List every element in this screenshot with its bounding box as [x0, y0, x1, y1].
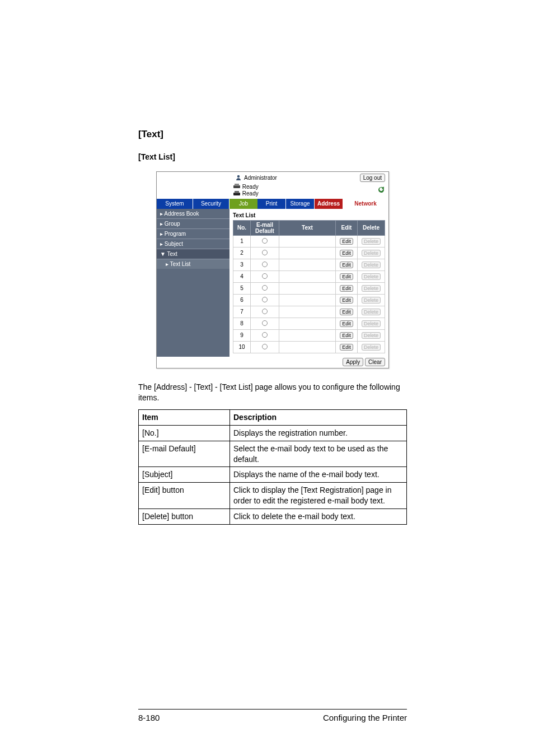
cell-delete: Delete: [358, 270, 385, 282]
col-header-no: No.: [233, 220, 251, 235]
sidebar-item-text-list[interactable]: ▸ Text List: [157, 259, 229, 269]
cell-default: [251, 329, 279, 341]
svg-rect-2: [235, 184, 239, 186]
tab-address[interactable]: Address: [315, 199, 343, 209]
delete-button[interactable]: Delete: [362, 262, 381, 268]
cell-default: [251, 247, 279, 259]
table-row: 4EditDelete: [233, 270, 385, 282]
email-default-radio[interactable]: [262, 332, 268, 338]
desc-item: [Delete] button: [139, 509, 230, 525]
desc-header-description: Description: [230, 409, 407, 425]
table-row: 1EditDelete: [233, 235, 385, 247]
svg-rect-4: [235, 191, 239, 193]
cell-edit: Edit: [336, 247, 358, 259]
cell-no: 8: [233, 318, 251, 329]
delete-button[interactable]: Delete: [362, 285, 381, 292]
desc-header-item: Item: [139, 409, 230, 425]
svg-point-0: [237, 175, 240, 177]
cell-no: 2: [233, 247, 251, 259]
email-default-radio[interactable]: [262, 238, 268, 244]
table-row: 2EditDelete: [233, 247, 385, 259]
page-number: 8-180: [138, 713, 160, 722]
table-row: [E-mail Default]Select the e-mail body t…: [139, 441, 407, 467]
desc-description: Displays the registration number.: [230, 425, 407, 441]
desc-item: [Subject]: [139, 467, 230, 483]
sidebar-item-text[interactable]: ▼ Text: [157, 249, 229, 259]
cell-default: [251, 270, 279, 282]
table-row: 6EditDelete: [233, 294, 385, 306]
delete-button[interactable]: Delete: [362, 320, 381, 327]
cell-text: [279, 259, 336, 270]
col-header-text: Text: [279, 220, 336, 235]
table-row: [Subject]Displays the name of the e-mail…: [139, 467, 407, 483]
cell-default: [251, 318, 279, 329]
cell-text: [279, 270, 336, 282]
delete-button[interactable]: Delete: [362, 297, 381, 304]
edit-button[interactable]: Edit: [340, 250, 353, 256]
tab-system[interactable]: System: [157, 199, 193, 209]
delete-button[interactable]: Delete: [362, 273, 381, 280]
intro-paragraph: The [Address] - [Text] - [Text List] pag…: [138, 382, 407, 404]
apply-button[interactable]: Apply: [343, 358, 363, 366]
table-row: [Delete] buttonClick to delete the e-mai…: [139, 509, 407, 525]
edit-button[interactable]: Edit: [340, 320, 353, 327]
tab-job[interactable]: Job: [229, 199, 257, 209]
cell-delete: Delete: [358, 318, 385, 329]
sidebar-item-subject[interactable]: ▸ Subject: [157, 239, 229, 249]
cell-default: [251, 306, 279, 318]
admin-console-screenshot: Administrator Log out Ready: [156, 171, 389, 368]
cell-delete: Delete: [358, 259, 385, 270]
table-row: [Edit] buttonClick to display the [Text …: [139, 483, 407, 509]
desc-item: [Edit] button: [139, 483, 230, 509]
table-row: 8EditDelete: [233, 318, 385, 329]
edit-button[interactable]: Edit: [340, 344, 353, 351]
screenshot-container: Administrator Log out Ready: [138, 171, 407, 368]
cell-delete: Delete: [358, 235, 385, 247]
cell-edit: Edit: [336, 329, 358, 341]
edit-button[interactable]: Edit: [340, 309, 353, 315]
ready-label-2: Ready: [242, 190, 259, 197]
cell-text: [279, 318, 336, 329]
clear-button[interactable]: Clear: [365, 358, 385, 366]
cell-no: 7: [233, 306, 251, 318]
delete-button[interactable]: Delete: [362, 238, 381, 245]
refresh-icon[interactable]: [377, 186, 385, 195]
cell-no: 10: [233, 341, 251, 353]
email-default-radio[interactable]: [262, 344, 268, 349]
edit-button[interactable]: Edit: [340, 262, 353, 268]
tab-security[interactable]: Security: [193, 199, 229, 209]
administrator-label: Administrator: [244, 175, 358, 181]
cell-no: 4: [233, 270, 251, 282]
cell-delete: Delete: [358, 282, 385, 294]
tab-network[interactable]: Network: [343, 199, 388, 209]
edit-button[interactable]: Edit: [340, 238, 353, 245]
cell-edit: Edit: [336, 282, 358, 294]
delete-button[interactable]: Delete: [362, 332, 381, 339]
edit-button[interactable]: Edit: [340, 285, 353, 292]
email-default-radio[interactable]: [262, 273, 268, 279]
edit-button[interactable]: Edit: [340, 273, 353, 280]
desc-description: Select the e-mail body text to be used a…: [230, 441, 407, 467]
tab-storage[interactable]: Storage: [286, 199, 315, 209]
footer-title: Configuring the Printer: [160, 713, 407, 722]
edit-button[interactable]: Edit: [340, 297, 353, 304]
email-default-radio[interactable]: [262, 297, 268, 302]
tab-print[interactable]: Print: [257, 199, 286, 209]
cell-text: [279, 329, 336, 341]
email-default-radio[interactable]: [262, 309, 268, 314]
sidebar-item-program[interactable]: ▸ Program: [157, 228, 229, 239]
delete-button[interactable]: Delete: [362, 309, 381, 315]
delete-button[interactable]: Delete: [362, 250, 381, 256]
delete-button[interactable]: Delete: [362, 344, 381, 351]
edit-button[interactable]: Edit: [340, 332, 353, 339]
email-default-radio[interactable]: [262, 262, 268, 267]
description-table: Item Description [No.]Displays the regis…: [138, 409, 407, 525]
printer-status-icon-2: [233, 191, 241, 198]
email-default-radio[interactable]: [262, 250, 268, 255]
email-default-radio[interactable]: [262, 285, 268, 291]
logout-button[interactable]: Log out: [360, 174, 385, 182]
sidebar-item-group[interactable]: ▸ Group: [157, 218, 229, 228]
email-default-radio[interactable]: [262, 320, 268, 326]
sidebar-item-address-book[interactable]: ▸ Address Book: [157, 209, 229, 218]
cell-edit: Edit: [336, 341, 358, 353]
